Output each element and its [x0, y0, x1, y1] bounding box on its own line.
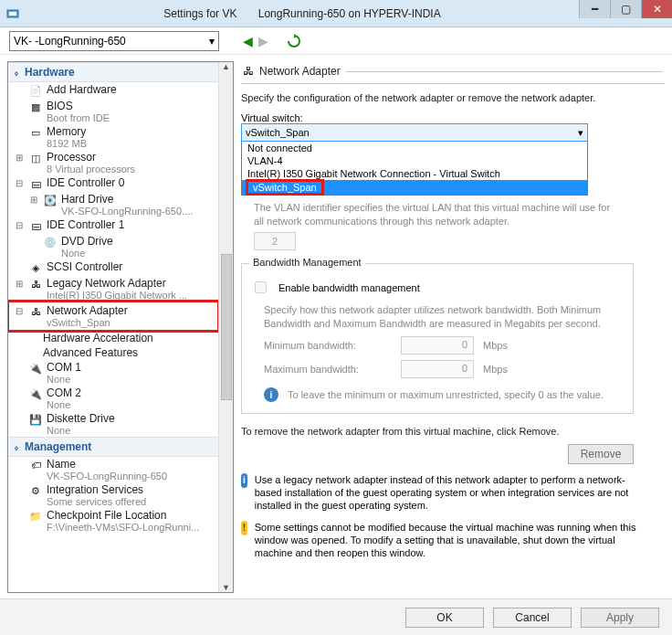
sidebar-item-checkpoint[interactable]: 📁 Checkpoint File LocationF:\Vineeth-VMs…	[8, 508, 218, 534]
unit-label: Mbps	[483, 340, 508, 351]
min-bw-input: 0	[401, 336, 474, 355]
expand-icon[interactable]: ⊞	[14, 278, 25, 291]
maximize-button[interactable]: ▢	[610, 0, 641, 18]
bandwidth-title: Bandwidth Management	[249, 257, 365, 268]
sidebar-item-network-adapter[interactable]: ⊟🖧 Network AdaptervSwitch_Span	[8, 302, 218, 331]
sidebar-item-integration[interactable]: ⚙ Integration ServicesSome services offe…	[8, 482, 218, 508]
com-icon: 🔌	[28, 361, 43, 376]
collapse-icon[interactable]: ⊟	[14, 177, 25, 190]
sidebar-item-harddrive[interactable]: ⊞💽 Hard DriveVK-SFO-LongRunning-650....	[8, 192, 218, 217]
nic-icon: 🖧	[243, 65, 254, 78]
bandwidth-enable-checkbox	[255, 281, 267, 293]
collapse-icon[interactable]: ⊟	[14, 305, 25, 318]
svg-rect-1	[9, 12, 16, 16]
chip-icon: ▩	[28, 100, 43, 114]
name-icon: 🏷	[28, 458, 43, 472]
controller-icon: 🖴	[28, 218, 43, 233]
collapse-icon[interactable]: ⊟	[14, 219, 25, 232]
pane-header: 🖧 Network Adapter	[241, 61, 665, 84]
toolbar: VK- -LongRunning-650 ▾ ◀ ▶	[0, 27, 672, 55]
sidebar-item-scsi[interactable]: ◈ SCSI Controller	[8, 259, 218, 276]
folder-icon: 📁	[28, 509, 43, 524]
sidebar-item-legacy-nic[interactable]: ⊞🖧 Legacy Network AdapterIntel(R) I350 G…	[8, 276, 218, 302]
window-title: Settings for VK LongRunning-650 on HYPER…	[26, 7, 579, 20]
ok-button[interactable]: OK	[405, 608, 484, 628]
sidebar-item-dvd[interactable]: 💿 DVD DriveNone	[8, 234, 218, 259]
vswitch-label: Virtual switch:	[241, 112, 665, 123]
sidebar-item-name[interactable]: 🏷 NameVK-SFO-LongRunning-650	[8, 457, 218, 482]
add-icon: 📄	[28, 83, 43, 98]
section-hardware[interactable]: ⬨ Hardware	[8, 62, 218, 82]
minimize-button[interactable]: ━	[579, 0, 610, 18]
sidebar-item-add-hardware[interactable]: 📄 Add Hardware	[8, 82, 218, 99]
settings-tree: ⬨ Hardware 📄 Add Hardware ▩ BIOSBoot fro…	[7, 61, 234, 593]
note-info: Use a legacy network adapter instead of …	[255, 473, 643, 512]
chevron-down-icon: ▾	[578, 127, 583, 139]
info-icon: i	[241, 473, 247, 488]
sidebar-item-com1[interactable]: 🔌 COM 1None	[8, 360, 218, 386]
bandwidth-group: Bandwidth Management Enable bandwidth ma…	[241, 263, 634, 414]
sidebar-item-ide0[interactable]: ⊟🖴 IDE Controller 0	[8, 175, 218, 192]
collapse-icon: ⬨	[14, 442, 19, 452]
vswitch-dropdown[interactable]: vSwitch_Span ▾	[241, 123, 588, 142]
cpu-icon: ◫	[28, 151, 43, 165]
nic-icon: 🖧	[28, 304, 43, 319]
vswitch-option[interactable]: VLAN-4	[242, 154, 587, 167]
scsi-icon: ◈	[28, 260, 43, 275]
sidebar-item-bios[interactable]: ▩ BIOSBoot from IDE	[8, 99, 218, 124]
nav-back-icon[interactable]: ◀	[243, 34, 253, 48]
warn-icon: !	[241, 521, 247, 535]
pane-title: Network Adapter	[259, 65, 341, 78]
services-icon: ⚙	[28, 483, 43, 498]
vm-selector-value: VK- -LongRunning-650	[14, 35, 126, 48]
sidebar-scrollbar[interactable]: ▲ ▼	[218, 62, 233, 592]
min-bw-label: Minimum bandwidth:	[264, 340, 392, 351]
vlan-desc: The VLAN identifier specifies the virtua…	[254, 201, 619, 228]
remove-button: Remove	[568, 444, 634, 464]
pane-description: Specify the configuration of the network…	[241, 91, 665, 105]
sidebar-item-diskette[interactable]: 💾 Diskette DriveNone	[8, 411, 218, 437]
sidebar-item-adv-features[interactable]: Advanced Features	[8, 345, 218, 360]
vswitch-value: vSwitch_Span	[246, 127, 310, 138]
refresh-icon[interactable]	[287, 34, 301, 48]
dvd-icon: 💿	[43, 235, 58, 249]
cancel-button[interactable]: Cancel	[493, 608, 572, 628]
vswitch-option[interactable]: Intel(R) I350 Gigabit Network Connection…	[242, 167, 587, 180]
com-icon: 🔌	[28, 386, 43, 401]
memory-icon: ▭	[28, 125, 43, 140]
bandwidth-desc: Specify how this network adapter utilize…	[264, 303, 624, 331]
sidebar-item-hw-accel[interactable]: Hardware Acceleration	[8, 331, 218, 345]
vm-selector-combo[interactable]: VK- -LongRunning-650 ▾	[9, 31, 219, 51]
section-management[interactable]: ⬨ Management	[8, 437, 218, 457]
vswitch-option-selected[interactable]: vSwitch_Span	[242, 180, 587, 195]
scroll-down-icon[interactable]: ▼	[222, 583, 230, 592]
nic-icon: 🖧	[28, 277, 43, 291]
floppy-icon: 💾	[28, 412, 43, 427]
app-icon	[0, 6, 26, 21]
info-icon: i	[264, 387, 278, 402]
scroll-up-icon[interactable]: ▲	[222, 62, 230, 71]
max-bw-label: Maximum bandwidth:	[264, 364, 392, 375]
close-button[interactable]: ✕	[641, 0, 672, 18]
sidebar-item-ide1[interactable]: ⊟🖴 IDE Controller 1	[8, 217, 218, 234]
vswitch-dropdown-list[interactable]: Not connected VLAN-4 Intel(R) I350 Gigab…	[241, 142, 588, 196]
chevron-down-icon: ▾	[209, 35, 215, 48]
dialog-footer: OK Cancel Apply	[0, 598, 672, 635]
nav-forward-icon[interactable]: ▶	[258, 34, 268, 48]
sidebar-item-processor[interactable]: ⊞◫ Processor8 Virtual processors	[8, 150, 218, 175]
expand-icon[interactable]: ⊞	[14, 152, 25, 164]
collapse-icon: ⬨	[14, 68, 19, 78]
expand-icon[interactable]: ⊞	[28, 194, 39, 206]
vswitch-option[interactable]: Not connected	[242, 142, 587, 154]
sidebar-item-com2[interactable]: 🔌 COM 2None	[8, 386, 218, 411]
titlebar: Settings for VK LongRunning-650 on HYPER…	[0, 0, 672, 27]
bandwidth-enable-label: Enable bandwidth management	[278, 282, 420, 293]
scroll-thumb[interactable]	[221, 254, 232, 400]
max-bw-input: 0	[401, 360, 474, 378]
content-pane: 🖧 Network Adapter Specify the configurat…	[241, 61, 665, 593]
sidebar-item-memory[interactable]: ▭ Memory8192 MB	[8, 124, 218, 150]
note-warn: Some settings cannot be modified because…	[255, 521, 643, 559]
bandwidth-hint: To leave the minimum or maximum unrestri…	[288, 389, 604, 400]
unit-label: Mbps	[483, 364, 508, 375]
disk-icon: 💽	[43, 193, 58, 207]
